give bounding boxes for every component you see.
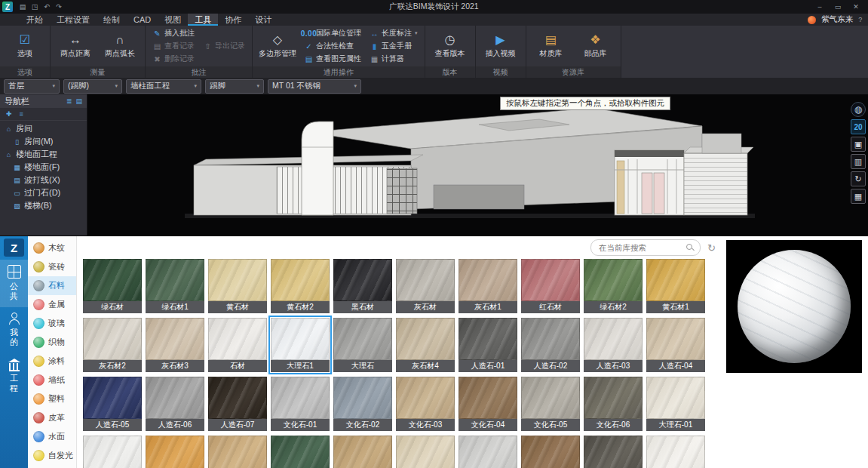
ribbon-tab[interactable]: 协作 [218, 14, 248, 26]
material-tile[interactable] [584, 436, 643, 468]
ribbon-button[interactable]: ▮五金手册 [367, 40, 421, 52]
context-dropdown[interactable]: (踢脚)▾ [63, 79, 122, 94]
material-tile[interactable]: 文化石-01 [271, 377, 330, 431]
material-tile[interactable]: 灰石材3 [146, 318, 204, 372]
material-tile[interactable]: 灰石材1 [459, 259, 517, 313]
fit-view-icon[interactable]: ▣ [851, 137, 866, 152]
material-tile[interactable]: 黄石材2 [271, 259, 330, 313]
category-item[interactable]: 涂料 [28, 352, 76, 371]
ribbon-button[interactable]: 0.00国际单位管理 [301, 27, 364, 39]
material-tile[interactable]: 黄石材 [208, 259, 267, 313]
tree-item[interactable]: ▤波打线(X) [0, 174, 87, 186]
library-tab[interactable]: 公共 [0, 260, 28, 307]
material-tile[interactable]: 人造石-02 [521, 318, 580, 372]
material-tile[interactable] [646, 436, 705, 468]
material-tile[interactable] [396, 436, 455, 468]
category-item[interactable]: 墙纸 [28, 371, 76, 389]
expand-icon[interactable]: ≡ [20, 110, 23, 118]
tree-item[interactable]: ▨楼梯(B) [0, 199, 87, 212]
material-tile[interactable]: 人造石-05 [83, 377, 142, 431]
zoom-level[interactable]: 20 [851, 119, 866, 134]
category-item[interactable]: 织物 [28, 333, 76, 352]
tree-item[interactable]: ▯房间(M) [0, 135, 87, 148]
menu-icon[interactable]: ▤ [17, 0, 29, 14]
ribbon-tab[interactable]: 绘制 [97, 14, 127, 26]
ribbon-tab[interactable]: 工具 [188, 14, 218, 26]
ribbon-tab[interactable]: 视图 [158, 14, 188, 26]
ribbon-button[interactable]: ✓合法性检查 [301, 40, 364, 52]
material-tile[interactable]: 人造石-06 [146, 377, 204, 431]
category-item[interactable]: 水面 [28, 427, 76, 446]
material-tile[interactable]: 绿石材 [83, 259, 142, 313]
material-tile[interactable]: 文化石-03 [396, 377, 455, 431]
ribbon-button[interactable]: ✎插入批注 [149, 27, 198, 39]
search-icon[interactable] [686, 244, 694, 251]
category-item[interactable]: 石料 [28, 276, 76, 295]
ribbon-button[interactable]: ⇧导出记录 [200, 40, 248, 52]
undo-icon[interactable]: ↶ [41, 0, 53, 14]
viewport-canvas[interactable]: 按鼠标左键指定第一个角点，或拾取构件图元 [87, 94, 868, 236]
context-dropdown[interactable]: 墙柱面工程▾ [126, 79, 201, 94]
material-tile[interactable] [208, 436, 267, 468]
material-tile[interactable]: 绿石材2 [584, 259, 643, 313]
category-item[interactable]: 塑料 [28, 389, 76, 408]
ribbon-button[interactable]: ↔两点距离 [54, 27, 97, 65]
context-dropdown[interactable]: 首层▾ [4, 79, 60, 94]
category-item[interactable]: 皮革 [28, 408, 76, 427]
ribbon-button[interactable]: ∩两点弧长 [99, 27, 141, 65]
save-icon[interactable]: ◳ [29, 0, 41, 14]
material-tile[interactable]: 人造石-03 [584, 318, 643, 372]
material-tile[interactable] [333, 436, 392, 468]
ribbon-button[interactable]: ◇多边形管理 [256, 27, 299, 65]
context-dropdown[interactable]: MT 01 不锈钢▾ [268, 79, 361, 94]
user-avatar[interactable] [808, 16, 816, 24]
tree-item[interactable]: ⌂房间 [0, 122, 87, 135]
material-tile[interactable] [271, 436, 330, 468]
ribbon-tab[interactable]: 工程设置 [50, 14, 97, 26]
material-tile[interactable]: 绿石材1 [146, 259, 204, 313]
ribbon-button[interactable]: ▦计算器 [367, 53, 421, 65]
ribbon-tab[interactable]: 设计 [248, 14, 278, 26]
rotate-view-icon[interactable]: ↻ [851, 171, 866, 186]
user-name[interactable]: 紫气东来 [821, 14, 853, 25]
ribbon-button[interactable]: ✖删除记录 [149, 53, 198, 65]
ribbon-tab[interactable]: 开始 [20, 14, 50, 26]
restore-icon[interactable]: ▭ [832, 0, 844, 14]
material-tile[interactable]: 人造石-04 [646, 318, 705, 372]
category-item[interactable]: 自发光 [28, 446, 76, 465]
category-item[interactable]: 金属 [28, 295, 76, 314]
material-tile[interactable]: 灰石材2 [83, 318, 142, 372]
material-tile[interactable]: 石材 [208, 318, 267, 372]
close-icon[interactable]: ✕ [850, 0, 862, 14]
library-logo[interactable]: Z [4, 239, 24, 257]
layers-view-icon[interactable]: ▥ [851, 154, 866, 169]
help-icon[interactable]: ? [858, 16, 862, 23]
material-tile[interactable]: 大理石-01 [646, 377, 705, 431]
ribbon-button[interactable]: ↔长度标注▾ [367, 27, 421, 39]
ribbon-button[interactable]: ❖部品库 [575, 27, 617, 65]
material-tile[interactable]: 灰石材 [396, 259, 455, 313]
ribbon-button[interactable]: ▤查看记录 [149, 40, 198, 52]
material-tile[interactable]: 大理石 [333, 318, 392, 372]
material-tile[interactable]: 红石材 [521, 259, 580, 313]
material-tile[interactable]: 文化石-04 [459, 377, 517, 431]
redo-icon[interactable]: ↷ [53, 0, 65, 14]
tree-item[interactable]: ⌂楼地面工程 [0, 148, 87, 161]
library-tab[interactable]: 我的 [0, 307, 28, 353]
material-tile[interactable]: 黄石材1 [646, 259, 705, 313]
refresh-icon[interactable]: ↻ [707, 243, 716, 253]
ribbon-button[interactable]: ▶插入视频 [480, 27, 522, 65]
ribbon-button[interactable]: ▤查看图元属性 [301, 53, 364, 65]
material-tile[interactable]: 文化石-02 [333, 377, 392, 431]
render-ball-icon[interactable]: ◍ [851, 102, 866, 117]
ribbon-tab[interactable]: CAD [127, 14, 158, 26]
panel-icon[interactable]: ▤ [75, 97, 82, 105]
material-tile[interactable]: 大理石1 [271, 318, 330, 372]
library-tab[interactable]: 工程 [0, 353, 28, 399]
add-icon[interactable]: ✚ [6, 110, 12, 118]
material-tile[interactable]: 人造石-01 [459, 318, 517, 372]
material-tile[interactable]: 人造石-07 [208, 377, 267, 431]
category-item[interactable]: 木纹 [28, 239, 76, 257]
material-tile[interactable]: 黑石材 [333, 259, 392, 313]
ribbon-button[interactable]: ▤材质库 [530, 27, 572, 65]
